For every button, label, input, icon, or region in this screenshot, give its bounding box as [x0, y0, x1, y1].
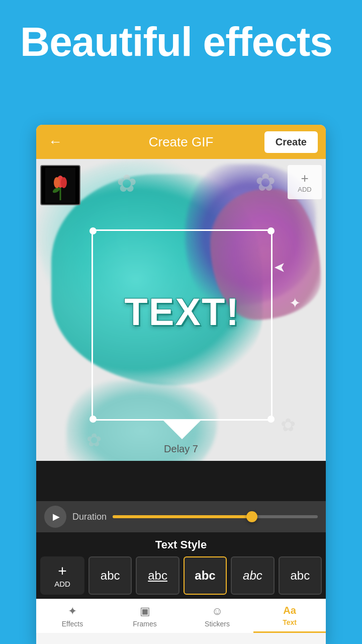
duration-bar: ▶ Duration — [36, 501, 326, 532]
effects-label: Effects — [62, 620, 83, 628]
style-chip-italic[interactable]: abc — [231, 556, 274, 595]
add-text-button[interactable]: + ADD — [40, 556, 84, 595]
slider-thumb[interactable] — [246, 511, 257, 522]
text-style-header: Text Style — [40, 538, 322, 551]
hero-title: Beautiful effects — [20, 20, 342, 63]
cursor-arrow-icon: ➤ — [274, 260, 286, 276]
duration-slider[interactable] — [113, 515, 318, 518]
add-big-label: ADD — [54, 580, 70, 588]
topbar-title: Create GIF — [149, 134, 214, 150]
add-big-plus-icon: + — [58, 564, 67, 579]
plus-icon: + — [301, 172, 308, 185]
clover-decoration: ✿ — [117, 169, 137, 197]
style-chip-underline[interactable]: abc — [136, 556, 179, 595]
clover-decoration: ✿ — [255, 168, 276, 196]
thumbnail-strip — [40, 165, 80, 205]
handle-topleft[interactable] — [89, 227, 97, 234]
svg-point-4 — [54, 177, 60, 188]
clover-decoration: ✿ — [281, 415, 296, 436]
handle-bottomright[interactable] — [267, 416, 275, 423]
create-button[interactable]: Create — [264, 131, 318, 153]
handle-topright[interactable] — [267, 227, 275, 234]
nav-effects[interactable]: ✦ Effects — [36, 599, 109, 633]
text-style-label: Text Style — [155, 538, 207, 551]
thumb-item[interactable] — [40, 165, 80, 205]
delay-label: Delay 7 — [36, 443, 326, 455]
nav-frames[interactable]: ▣ Frames — [109, 599, 181, 633]
style-chip-light[interactable]: abc — [279, 556, 322, 595]
play-icon: ▶ — [53, 511, 60, 522]
effects-icon: ✦ — [68, 605, 77, 618]
stickers-icon: ☺ — [212, 605, 223, 618]
duration-label: Duration — [72, 512, 107, 522]
back-button[interactable]: ← — [44, 130, 66, 154]
style-chip-bold[interactable]: abc — [184, 556, 227, 595]
text-icon: Aa — [283, 605, 296, 616]
bottom-panel: Text Style + ADD abc abc abc abc abc — [36, 532, 326, 599]
add-frame-label: ADD — [298, 186, 311, 193]
canvas-bottom-dark — [36, 461, 326, 501]
app-card: ← Create GIF Create ✿ ✿ ✿ ✿ — [36, 125, 326, 644]
top-bar: ← Create GIF Create — [36, 125, 326, 159]
bottom-nav: ✦ Effects ▣ Frames ☺ Stickers Aa Text — [36, 599, 326, 633]
add-frame-button[interactable]: + ADD — [288, 165, 322, 199]
play-button[interactable]: ▶ — [44, 506, 66, 528]
svg-point-5 — [61, 177, 67, 188]
canvas-text[interactable]: TEXT! — [92, 290, 273, 334]
style-chip-normal[interactable]: abc — [88, 556, 132, 595]
frames-label: Frames — [133, 620, 156, 628]
canvas-area: ✿ ✿ ✿ ✿ + ADD — [36, 159, 326, 501]
cursor-hand-icon: ✦ — [289, 295, 301, 311]
handle-bottomleft[interactable] — [89, 416, 97, 423]
text-label: Text — [283, 618, 297, 626]
nav-text[interactable]: Aa Text — [253, 599, 326, 633]
frames-icon: ▣ — [140, 605, 150, 618]
slider-fill — [113, 515, 252, 518]
nav-stickers[interactable]: ☺ Stickers — [181, 599, 253, 633]
style-row: + ADD abc abc abc abc abc — [40, 556, 322, 595]
stickers-label: Stickers — [205, 620, 230, 628]
